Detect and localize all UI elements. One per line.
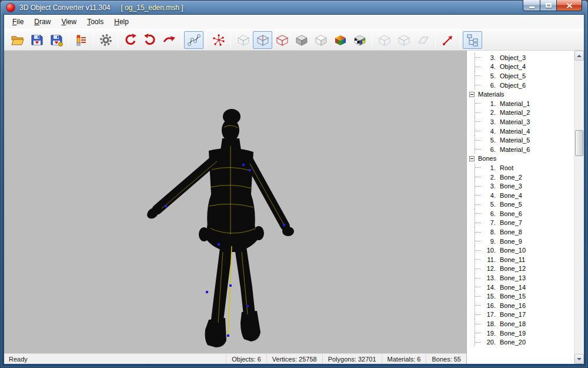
tree-item[interactable]: 15. Bone_15 <box>467 291 574 301</box>
settings-gear-icon <box>99 33 113 47</box>
tree-item-number: 10. <box>480 247 496 254</box>
tree-item[interactable]: 7. Bone_7 <box>467 218 574 228</box>
scroll-up-button[interactable] <box>574 51 584 61</box>
flat-shaded-display-button[interactable] <box>292 31 311 49</box>
tree-item[interactable]: 16. Bone_16 <box>467 301 574 310</box>
save-file-button[interactable] <box>27 31 46 49</box>
ghost-box-1-button[interactable] <box>375 31 394 49</box>
tree-item[interactable]: 1. Material_1 <box>467 99 574 108</box>
open-file-button[interactable] <box>8 31 27 49</box>
maximize-button[interactable] <box>540 0 557 11</box>
collapse-toggle-icon[interactable] <box>469 92 475 97</box>
tree-item-number: 6. <box>480 146 496 153</box>
menu-item[interactable]: View <box>56 16 82 28</box>
scrollbar-track[interactable] <box>574 61 584 354</box>
vertices-display-button[interactable] <box>209 31 228 49</box>
menu-item[interactable]: Tools <box>82 16 109 28</box>
tree-item[interactable]: 8. Bone_8 <box>467 227 574 237</box>
tree-item-label: Bone_12 <box>500 265 526 272</box>
tree-item[interactable]: 5. Object_5 <box>467 71 574 81</box>
tree-item-number: 3. <box>480 183 496 190</box>
flip-view-button[interactable] <box>159 31 179 49</box>
titlebar[interactable]: 3D Object Converter v11.304 [ og_15_eden… <box>0 0 588 15</box>
tree-connector-dash <box>475 278 480 279</box>
tree-item-number: 15. <box>480 293 496 300</box>
viewport-3d[interactable] <box>4 51 466 353</box>
batch-convert-icon <box>74 33 88 47</box>
status-ready: Ready <box>4 354 226 364</box>
tree-item[interactable]: 14. Bone_14 <box>467 283 574 292</box>
toolbar-separator <box>118 32 118 48</box>
save-file-as-button[interactable] <box>46 31 66 49</box>
tree-item[interactable]: 1. Root <box>467 163 574 173</box>
tree-item[interactable]: 18. Bone_18 <box>467 319 574 329</box>
scrollbar-thumb[interactable] <box>575 130 583 156</box>
split-box-icon <box>256 33 270 47</box>
tree-item[interactable]: 4. Object_4 <box>467 62 574 72</box>
normals-display-button[interactable] <box>438 31 457 49</box>
tree-item[interactable]: 2. Material_2 <box>467 108 574 118</box>
tree-item-label: Bone_8 <box>500 228 522 236</box>
tree-item[interactable]: 11. Bone_11 <box>467 255 574 264</box>
tree-item[interactable]: 6. Object_6 <box>467 81 574 90</box>
tree-item[interactable]: 4. Bone_4 <box>467 191 574 200</box>
hierarchy-panel-button[interactable] <box>463 31 482 49</box>
smooth-shaded-display-button[interactable] <box>311 31 330 49</box>
tree-scrollbar[interactable] <box>574 51 584 364</box>
skeleton-display-button[interactable] <box>184 31 203 49</box>
colored-display-button[interactable] <box>330 31 350 49</box>
batch-convert-button[interactable] <box>71 31 91 49</box>
rotate-right-icon <box>143 33 157 47</box>
tree-item[interactable]: 20. Bone_20 <box>467 337 574 347</box>
minimize-button[interactable] <box>523 0 540 11</box>
tree-connector-dash <box>475 268 480 269</box>
tree-item-number: 16. <box>480 302 496 309</box>
tree-item[interactable]: 4. Material_4 <box>467 127 574 136</box>
ghost-open-box-icon <box>397 33 411 47</box>
rotate-right-button[interactable] <box>140 31 159 49</box>
tree-item[interactable]: 19. Bone_19 <box>467 329 574 338</box>
ghost-box-2-button[interactable] <box>394 31 413 49</box>
tree-item[interactable]: 5. Bone_5 <box>467 200 574 210</box>
tree-item-label: Bone_19 <box>500 330 526 337</box>
tree-item[interactable]: 17. Bone_17 <box>467 310 574 320</box>
tree-item[interactable]: 6. Bone_6 <box>467 209 574 218</box>
tree-item-number: 4. <box>480 128 496 135</box>
plane-display-button[interactable] <box>413 31 433 49</box>
menu-item[interactable]: Draw <box>29 16 56 28</box>
maximize-icon <box>546 3 552 8</box>
tree-item[interactable]: Bones <box>467 154 574 164</box>
tree-item[interactable]: 13. Bone_13 <box>467 273 574 283</box>
tree-item[interactable]: 9. Bone_9 <box>467 237 574 246</box>
tree-item[interactable]: 10. Bone_10 <box>467 246 574 255</box>
tree-connector-dash <box>475 305 480 306</box>
tree-item[interactable]: 12. Bone_12 <box>467 264 574 274</box>
tree-connector-dash <box>475 186 480 187</box>
menu-item[interactable]: Help <box>109 16 134 28</box>
tree-item-label: Root <box>500 164 513 171</box>
split-box-display-button[interactable] <box>253 31 272 49</box>
tree-item-label: Material_3 <box>500 118 530 125</box>
toolbar-separator <box>372 32 372 48</box>
textured-display-button[interactable] <box>350 31 369 49</box>
tree-item[interactable]: 2. Bone_2 <box>467 173 574 182</box>
menu-item[interactable]: File <box>7 16 29 28</box>
collapse-toggle-icon[interactable] <box>469 156 475 161</box>
tree-item[interactable]: 3. Material_3 <box>467 117 574 127</box>
close-button[interactable] <box>557 0 582 11</box>
tree-connector-dash <box>475 149 480 150</box>
dashed-box-display-button[interactable] <box>233 31 253 49</box>
checker-box-icon <box>353 33 367 47</box>
settings-button[interactable] <box>96 31 115 49</box>
tree-item[interactable]: 3. Bone_3 <box>467 181 574 191</box>
tree-connector-dash <box>475 333 480 333</box>
rotate-left-button[interactable] <box>121 31 140 49</box>
tree-connector-dash <box>475 259 480 260</box>
tree-item[interactable]: Materials <box>467 89 574 99</box>
scroll-down-button[interactable] <box>574 354 584 364</box>
tree-item[interactable]: 3. Object_3 <box>467 53 574 62</box>
wireframe-display-button[interactable] <box>272 31 292 49</box>
tree-item[interactable]: 5. Material_5 <box>467 135 574 145</box>
tree-item-label: Bone_17 <box>500 311 526 318</box>
tree-item[interactable]: 6. Material_6 <box>467 145 574 154</box>
